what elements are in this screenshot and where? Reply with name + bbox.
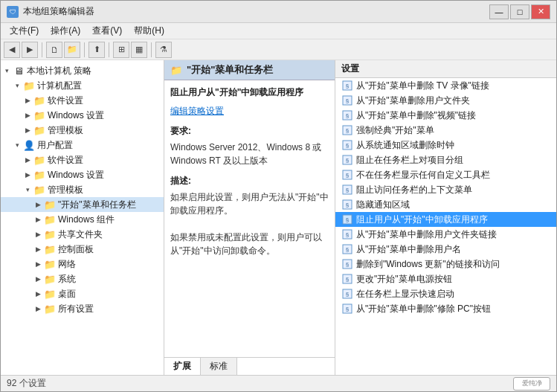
tree-label-user-windows: Windows 设置: [48, 169, 104, 181]
tree-expander-shared[interactable]: ▶: [32, 228, 44, 240]
tree-icon-user-software: 📁: [33, 154, 45, 166]
middle-footer: 扩展 标准: [164, 357, 335, 375]
svg-text:§: §: [346, 142, 349, 149]
tree-expander-all-settings[interactable]: ▶: [32, 303, 44, 315]
maximize-button[interactable]: □: [510, 4, 529, 19]
right-list-item[interactable]: §阻止用户从"开始"中卸载应用程序: [335, 212, 556, 227]
tree-label-windows-comp: Windows 组件: [58, 213, 115, 226]
right-list-label: 强制经典"开始"菜单: [356, 124, 434, 137]
tree-expander-windows[interactable]: ▶: [22, 109, 33, 121]
middle-panel: 📁 "开始"菜单和任务栏 阻止用户从"开始"中卸载应用程序 编辑策略设置 要求:…: [164, 60, 335, 375]
filter-button[interactable]: ⊞: [113, 42, 129, 58]
right-list-item[interactable]: §从"开始"菜单中删除"视频"链接: [335, 108, 556, 123]
tree-label-user-software: 软件设置: [48, 154, 83, 167]
tree-expander-computer[interactable]: ▾: [11, 80, 23, 91]
title-buttons: — □ ✕: [489, 4, 550, 19]
tree-item-network[interactable]: ▶📁网络: [1, 257, 164, 271]
tree-expander-software[interactable]: ▶: [22, 94, 33, 106]
tree-item-root[interactable]: ▾🖥本地计算机 策略: [1, 63, 164, 78]
right-list-item[interactable]: §不在任务栏显示任何自定义工具栏: [335, 167, 556, 182]
svg-text:§: §: [346, 172, 349, 179]
menu-item-H[interactable]: 帮助(H): [128, 23, 170, 39]
tree-item-user[interactable]: ▾👤用户配置: [1, 138, 164, 152]
right-list-item[interactable]: §从"开始"菜单中删除用户文件夹链接: [335, 227, 556, 242]
right-list-icon: §: [341, 139, 353, 151]
right-list-label: 从系统通知区域删除时钟: [356, 139, 454, 152]
right-list-item[interactable]: §从系统通知区域删除时钟: [335, 138, 556, 152]
tree-item-user-admin[interactable]: ▾📁管理模板: [1, 182, 164, 197]
up-button[interactable]: ⬆: [88, 42, 105, 58]
tree-expander-start-menu[interactable]: ▶: [32, 199, 44, 211]
right-panel: 设置 §从"开始"菜单中删除 TV 录像"链接§从"开始"菜单删除用户文件夹§从…: [335, 60, 556, 375]
watermark-badge: 爱纯净: [513, 377, 550, 391]
right-list-item[interactable]: §从"开始"菜单中删除 TV 录像"链接: [335, 78, 556, 93]
right-list-icon: §: [341, 273, 353, 285]
filter-icon[interactable]: ⚗: [155, 42, 172, 58]
right-list-item[interactable]: §更改"开始"菜单电源按钮: [335, 271, 556, 286]
menu-item-F[interactable]: 文件(F): [4, 23, 45, 39]
right-list-label: 不在任务栏显示任何自定义工具栏: [356, 169, 490, 181]
right-list-item[interactable]: §隐藏通知区域: [335, 197, 556, 212]
tree-item-desktop[interactable]: ▶📁桌面: [1, 286, 164, 301]
right-list-icon: §: [341, 303, 353, 315]
svg-text:§: §: [346, 97, 349, 104]
right-list-item[interactable]: §阻止访问任务栏的上下文菜单: [335, 182, 556, 197]
right-list-icon: §: [341, 243, 353, 255]
right-list-label: 从"开始"菜单删除用户文件夹: [356, 94, 470, 107]
tree-item-start-menu[interactable]: ▶📁"开始"菜单和任务栏: [1, 197, 164, 212]
right-list-item[interactable]: §从"开始"菜单中删除"修除 PC"按钮: [335, 301, 556, 316]
app-icon: 🛡: [7, 6, 19, 18]
right-list-item[interactable]: §从"开始"菜单中删除用户名: [335, 242, 556, 257]
tree-item-shared[interactable]: ▶📁共享文件夹: [1, 227, 164, 242]
right-list-item[interactable]: §从"开始"菜单删除用户文件夹: [335, 93, 556, 108]
close-button[interactable]: ✕: [531, 4, 550, 19]
tree-expander-windows-comp[interactable]: ▶: [32, 213, 44, 225]
tree-expander-user-software[interactable]: ▶: [22, 154, 33, 166]
tree-expander-desktop[interactable]: ▶: [32, 288, 44, 300]
tree-expander-user[interactable]: ▾: [11, 139, 23, 151]
right-list-item[interactable]: §在任务栏上显示快速启动: [335, 286, 556, 301]
tree-expander-control[interactable]: ▶: [32, 243, 44, 255]
right-list-icon: §: [341, 169, 353, 181]
tree-label-user: 用户配置: [37, 139, 73, 152]
tree-expander-network[interactable]: ▶: [32, 258, 44, 270]
tree-item-admin[interactable]: ▶📁管理模板: [1, 123, 164, 138]
tree-item-control[interactable]: ▶📁控制面板: [1, 242, 164, 257]
tree-expander-root[interactable]: ▾: [1, 65, 13, 77]
tree-icon-windows-comp: 📁: [44, 213, 56, 225]
tree-item-user-windows[interactable]: ▶📁Windows 设置: [1, 167, 164, 182]
folder-button[interactable]: 📁: [64, 42, 80, 58]
tree-item-user-software[interactable]: ▶📁软件设置: [1, 152, 164, 167]
tree-icon-windows: 📁: [33, 109, 45, 121]
tree-item-all-settings[interactable]: ▶📁所有设置: [1, 301, 164, 316]
right-list-item[interactable]: §阻止在任务栏上对项目分组: [335, 152, 556, 167]
filter2-button[interactable]: ▦: [131, 42, 147, 58]
back-button[interactable]: ◀: [4, 42, 20, 58]
toolbar-sep-4: [151, 42, 152, 57]
tree-item-windows[interactable]: ▶📁Windows 设置: [1, 108, 164, 123]
tab-standard[interactable]: 标准: [201, 358, 237, 376]
tab-expand[interactable]: 扩展: [164, 358, 201, 376]
right-list-item[interactable]: §删除到"Windows 更新"的链接和访问: [335, 257, 556, 271]
tree-expander-user-windows[interactable]: ▶: [22, 169, 33, 181]
tree-icon-control: 📁: [44, 243, 56, 255]
menu-item-A[interactable]: 操作(A): [45, 23, 86, 39]
menu-item-V[interactable]: 查看(V): [86, 23, 128, 39]
tree-icon-shared: 📁: [44, 228, 56, 240]
tree-icon-software: 📁: [33, 94, 45, 106]
show-hide-button[interactable]: 🗋: [46, 42, 62, 58]
tree-item-system[interactable]: ▶📁系统: [1, 271, 164, 286]
tree-expander-user-admin[interactable]: ▾: [22, 184, 33, 196]
right-list-label: 阻止在任务栏上对项目分组: [356, 154, 463, 167]
tree-item-computer[interactable]: ▾📁计算机配置: [1, 78, 164, 93]
right-list-item[interactable]: §强制经典"开始"菜单: [335, 123, 556, 138]
tree-expander-system[interactable]: ▶: [32, 273, 44, 285]
policy-link[interactable]: 编辑策略设置: [170, 105, 329, 118]
minimize-button[interactable]: —: [489, 4, 509, 19]
tree-expander-admin[interactable]: ▶: [22, 124, 33, 136]
window-title: 本地组策略编辑器: [23, 5, 94, 18]
tree-item-software[interactable]: ▶📁软件设置: [1, 93, 164, 108]
svg-text:§: §: [346, 231, 349, 238]
forward-button[interactable]: ▶: [22, 42, 38, 58]
tree-item-windows-comp[interactable]: ▶📁Windows 组件: [1, 212, 164, 227]
